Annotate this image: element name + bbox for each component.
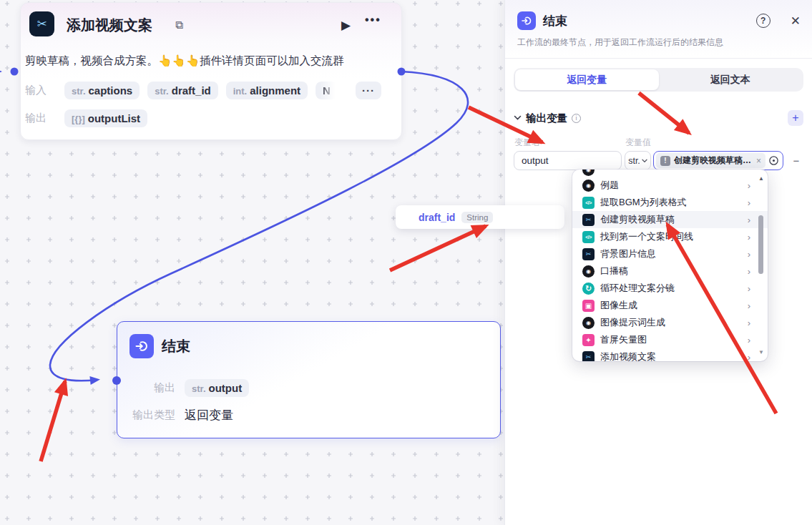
list-item[interactable]: ✦ 首屏矢量图› [572, 331, 768, 348]
close-icon[interactable]: ✕ [791, 14, 801, 29]
list-item[interactable]: ✂ 添加视频文案› [572, 348, 768, 361]
section-title: 输出变量 [526, 112, 567, 125]
node-output-row: 输出 [{}]outputList [25, 109, 400, 127]
input-label: 输入 [25, 84, 57, 97]
node-end[interactable]: 结束 输出 str.output 输出类型 返回变量 [117, 321, 501, 438]
chevron-right-icon: › [748, 266, 750, 277]
param-chip-captions: str.captions [64, 82, 140, 99]
chevron-down-icon [642, 159, 647, 163]
param-chip-truncated: N [315, 82, 338, 99]
list-item[interactable]: ↻ 循环处理文案分镜› [572, 280, 768, 297]
param-chip-output: str.output [185, 379, 249, 397]
node-reference-dropdown: ◉ ◉ 例题› </> 提取BGM为列表格式› ✂ 创建剪映视频草稿› </> … [572, 170, 768, 361]
loop-plugin-icon: ↻ [582, 283, 595, 295]
type-badge: String [461, 212, 493, 223]
tab-return-text[interactable]: 返回文本 [659, 69, 803, 90]
variable-name-input[interactable] [514, 151, 622, 170]
array-object-type-icon: [{}] [72, 114, 85, 124]
image-plugin-icon: ▣ [582, 300, 595, 312]
dropdown-scrollbar[interactable]: ▲ ▼ [756, 174, 765, 357]
chevron-right-icon: › [748, 352, 750, 362]
locate-node-icon[interactable] [768, 155, 779, 166]
list-item[interactable]: ◉ 图像提示词生成› [572, 314, 768, 331]
list-item-partial: ◉ [572, 170, 768, 177]
list-item[interactable]: </> 找到第一个文案时间线› [572, 228, 768, 245]
variable-value-field[interactable]: ! 创建剪映视频草稿 · d⋯ × [653, 151, 783, 170]
info-icon: i [572, 114, 581, 123]
chevron-right-icon: › [748, 197, 750, 208]
column-variable-name: 变量名 [514, 137, 540, 149]
list-item[interactable]: </> 提取BGM为列表格式› [572, 194, 768, 211]
bot-plugin-icon: ◉ [582, 170, 595, 176]
tab-return-variable[interactable]: 返回变量 [515, 69, 659, 90]
param-chip-alignment: int.alignment [226, 82, 308, 99]
run-node-button[interactable]: ▶ [341, 18, 351, 33]
column-headers: 变量名 变量值 [514, 137, 803, 147]
list-item[interactable]: ✂ 背景图片信息› [572, 245, 768, 262]
add-variable-button[interactable]: + [788, 110, 803, 126]
jianying-plugin-icon: ✂ [582, 214, 595, 226]
help-icon[interactable]: ? [756, 14, 771, 28]
variable-type-select[interactable]: str. [625, 151, 651, 170]
vector-plugin-icon: ✦ [582, 334, 595, 346]
workflow-canvas[interactable]: ✂ 添加视频文案 ⧉ ▶ ••• 剪映草稿，视频合成方案。👆👆👆插件详情页面可以… [0, 0, 504, 525]
param-chip-outputlist: [{}]outputList [64, 109, 147, 127]
list-item[interactable]: ▣ 图像生成› [572, 297, 768, 314]
node-description: 剪映草稿，视频合成方案。👆👆👆插件详情页面可以加入交流群 [25, 53, 400, 68]
return-mode-tabs: 返回变量 返回文本 [514, 68, 803, 92]
param-tooltip-draft-id: draft_id String [396, 205, 564, 229]
code-plugin-icon: </> [582, 197, 595, 209]
scroll-down-icon[interactable]: ▼ [758, 349, 764, 355]
remove-variable-button[interactable]: − [789, 154, 803, 167]
output-type-value: 返回变量 [185, 407, 233, 423]
value-reference-chip: ! 创建剪映视频草稿 · d⋯ × [656, 153, 765, 168]
chevron-right-icon: › [748, 300, 750, 311]
end-output-row: 输出 str.output [128, 379, 249, 397]
end-node-icon [517, 11, 536, 30]
jianying-plugin-icon: ✂ [29, 11, 54, 36]
chevron-right-icon: › [748, 249, 750, 260]
end-output-type-row: 输出类型 返回变量 [128, 407, 233, 423]
scroll-up-icon[interactable]: ▲ [758, 175, 764, 182]
chevron-down-icon[interactable] [514, 115, 522, 121]
chevron-right-icon: › [748, 232, 750, 242]
chevron-right-icon: › [748, 318, 750, 328]
output-variable-row: str. ! 创建剪映视频草稿 · d⋯ × − [514, 151, 803, 170]
scrollbar-thumb[interactable] [758, 215, 763, 274]
node-title: 添加视频文案 [67, 16, 152, 35]
bot-plugin-icon: ◉ [582, 317, 595, 329]
plugin-link-icon: ⧉ [175, 19, 183, 31]
chevron-right-icon: › [748, 215, 750, 225]
node-more-menu-button[interactable]: ••• [365, 14, 381, 26]
node-add-video-caption[interactable]: ✂ 添加视频文案 ⧉ ▶ ••• 剪映草稿，视频合成方案。👆👆👆插件详情页面可以… [20, 2, 402, 140]
jianying-plugin-icon: ✂ [582, 351, 595, 362]
column-variable-value: 变量值 [625, 137, 651, 149]
param-chip-draft-id: str.draft_id [147, 82, 218, 99]
jianying-plugin-icon: ✂ [582, 248, 595, 260]
node-input-row: 输入 str.captions str.draft_id int.alignme… [25, 82, 400, 99]
end-node-header: 结束 [129, 334, 190, 358]
warning-icon: ! [660, 156, 670, 166]
end-node-icon [129, 334, 154, 358]
code-plugin-icon: </> [582, 231, 595, 243]
list-item[interactable]: ◉ 口播稿› [572, 262, 768, 280]
panel-title: 结束 [543, 13, 567, 29]
bot-plugin-icon: ◉ [582, 180, 595, 192]
bot-plugin-icon: ◉ [582, 265, 595, 278]
chevron-right-icon: › [748, 180, 750, 191]
chevron-right-icon: › [748, 335, 750, 345]
remove-reference-icon[interactable]: × [756, 156, 761, 166]
panel-header: 结束 ? ✕ [505, 0, 812, 30]
panel-subtitle: 工作流的最终节点，用于返回工作流运行后的结果信息 [505, 30, 812, 59]
list-item-selected[interactable]: ✂ 创建剪映视频草稿› [572, 211, 768, 228]
show-more-params-button[interactable]: ··· [356, 82, 381, 99]
output-label: 输出 [25, 112, 57, 125]
chevron-right-icon: › [748, 283, 750, 294]
output-variables-section-header: 输出变量 i + [514, 110, 803, 126]
list-item[interactable]: ◉ 例题› [572, 177, 768, 194]
end-node-title: 结束 [162, 337, 190, 356]
